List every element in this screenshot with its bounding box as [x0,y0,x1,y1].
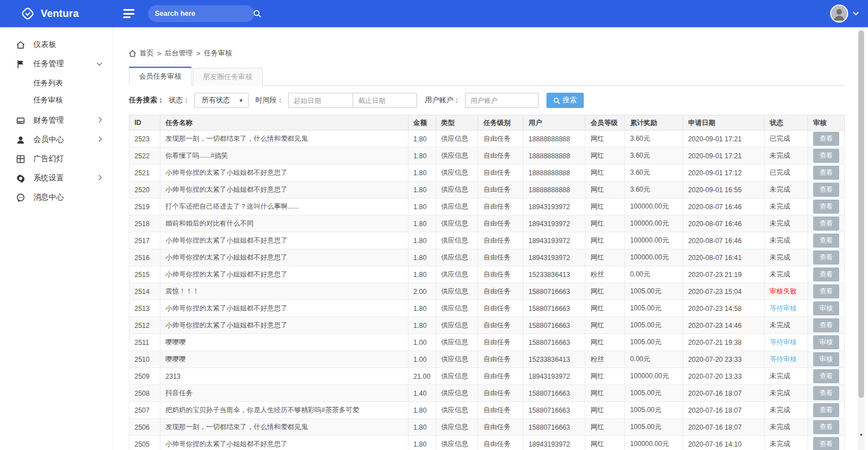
end-date-input[interactable] [353,93,417,108]
status-select[interactable]: 所有状态 ▼ [194,93,249,108]
breadcrumb-admin[interactable]: 后台管理 [164,49,193,58]
type-cell: 供应信息 [436,181,478,198]
tab-member-task-review[interactable]: 会员任务审核 [129,67,192,86]
view-button[interactable]: 查看 [813,437,839,450]
task-name-cell: 发现那一刻，一切都结束了，什么情和爱都见鬼 [160,131,408,148]
apply-date-cell: 2020-07-16 18:07 [683,402,764,419]
user-menu-chevron-down-icon[interactable] [853,10,859,17]
sidebar-toggle-icon[interactable] [123,9,136,18]
task-name-cell: 嘤嘤嘤 [160,351,408,368]
type-cell: 供应信息 [436,317,478,334]
type-cell: 供应信息 [436,351,478,368]
type-cell: 供应信息 [436,385,478,402]
member-grade-cell: 网红 [585,334,624,351]
reward-cell: 3.60元 [624,165,683,181]
sidebar-item-message-center[interactable]: 消息中心 [0,188,112,207]
column-header: ID [129,115,160,131]
reward-cell: 1005.00元 [624,402,683,419]
task-level-cell: 自由任务 [478,402,523,419]
reward-cell: 1005.00元 [624,317,683,334]
view-button[interactable]: 查看 [813,369,839,383]
scrollbar-down-arrow-icon[interactable]: ▼ [858,432,865,438]
task-level-cell: 自由任务 [478,436,523,450]
view-button[interactable]: 查看 [813,250,839,265]
task-review-table: ID任务名称金额类型任务级别用户会员等级累计奖励申请日期状态审核 2523发现那… [129,115,845,450]
review-button[interactable]: 审核 [813,301,839,315]
reward-cell: 1005.00元 [624,283,683,300]
status-cell: 未完成 [765,402,808,419]
task-level-cell: 自由任务 [478,300,523,317]
view-button[interactable]: 查看 [813,200,839,214]
task-level-cell: 自由任务 [478,334,523,351]
apply-date-cell: 2020-07-16 18:07 [683,419,764,436]
column-header: 任务名称 [160,115,408,131]
type-cell: 供应信息 [436,249,478,266]
sidebar-item-task-list[interactable]: 任务列表 [0,75,112,92]
view-button[interactable]: 查看 [813,386,839,400]
sidebar-item-ad-slides[interactable]: 广告幻灯 [0,149,112,168]
scrollbar-thumb[interactable] [858,31,864,398]
navbar-search-input[interactable] [155,10,253,18]
member-grade-cell: 网红 [585,419,624,436]
task-name-cell: 婚前和婚后的对比有什么不同 [160,215,408,232]
breadcrumb-current: 任务审核 [204,49,232,58]
amount-cell: 1.00 [408,334,436,351]
reward-cell: 3.60元 [624,131,683,148]
view-button[interactable]: 查看 [813,132,839,146]
view-button[interactable]: 查看 [813,166,839,180]
review-button[interactable]: 审核 [813,335,839,349]
search-icon[interactable] [253,10,261,18]
view-button[interactable]: 查看 [813,183,839,197]
start-date-input[interactable] [288,93,353,108]
filter-bar: 任务搜索： 状态： 所有状态 ▼ 时间段： 用户账户： 搜索 [129,93,868,108]
view-button[interactable]: 查看 [813,318,839,332]
type-cell: 供应信息 [436,215,478,232]
amount-cell: 1.80 [408,131,436,148]
apply-date-cell: 2020-09-01 16:55 [683,181,764,198]
type-cell: 供应信息 [436,436,478,450]
sidebar-item-task-review[interactable]: 任务审核 [0,92,112,109]
action-cell: 查看 [808,419,844,436]
reward-cell: 1005.00元 [624,300,683,317]
view-button[interactable]: 查看 [813,284,839,298]
sidebar-item-finance[interactable]: 财务管理 [0,111,112,130]
view-button[interactable]: 查看 [813,267,839,282]
apply-date-cell: 2020-07-23 14:58 [683,300,764,317]
user-avatar[interactable] [830,5,848,23]
user-account-input[interactable] [465,93,539,108]
view-button[interactable]: 查看 [813,149,839,163]
amount-cell: 21.00 [408,368,436,385]
flag-icon [16,59,25,69]
user-cell: 18943193972 [523,436,585,450]
type-cell: 供应信息 [436,419,478,436]
sidebar-item-system-settings[interactable]: 系统设置 [0,168,112,188]
review-button[interactable]: 审核 [813,352,839,366]
id-cell: 2515 [129,266,160,283]
column-header: 金额 [408,115,436,131]
task-level-cell: 自由任务 [478,266,523,283]
status-cell: 等待审核 [765,334,808,351]
view-button[interactable]: 查看 [813,420,839,434]
sidebar-item-member-center[interactable]: 会员中心 [0,130,112,149]
sidebar-item-task-management[interactable]: 任务管理 [0,54,112,73]
tab-moments-task-review[interactable]: 朋友圈任务审核 [193,68,263,86]
view-button[interactable]: 查看 [813,403,839,417]
table-row: 2510嘤嘤嘤1.00供应信息自由任务15233836413粉丝0.00元202… [129,351,845,368]
user-cell: 18943193972 [523,215,585,232]
id-cell: 2514 [129,283,160,300]
apply-date-cell: 2020-07-23 15:04 [683,283,764,300]
table-row: 2506发现那一刻，一切都结束了，什么情和爱都见鬼1.80供应信息自由任务158… [129,419,845,436]
view-button[interactable]: 查看 [813,233,839,248]
member-grade-cell: 网红 [585,317,624,334]
vertical-scrollbar: ▼ [858,28,865,450]
sidebar-item-dashboard[interactable]: 仪表板 [0,35,112,54]
search-button[interactable]: 搜索 [546,93,584,108]
task-name-cell: 小帅哥你捏的太紧了小姐姐都不好意思了 [160,317,408,334]
breadcrumb-home[interactable]: 首页 [140,49,154,58]
id-cell: 2507 [129,402,160,419]
view-button[interactable]: 查看 [813,217,839,231]
apply-date-cell: 2020-09-01 17:21 [683,148,764,165]
status-cell: 未完成 [765,181,808,198]
table-row: 2522你看懂了吗......#搞笑1.80供应信息自由任务1888888888… [129,148,845,165]
brand[interactable]: Ventura [0,6,113,21]
